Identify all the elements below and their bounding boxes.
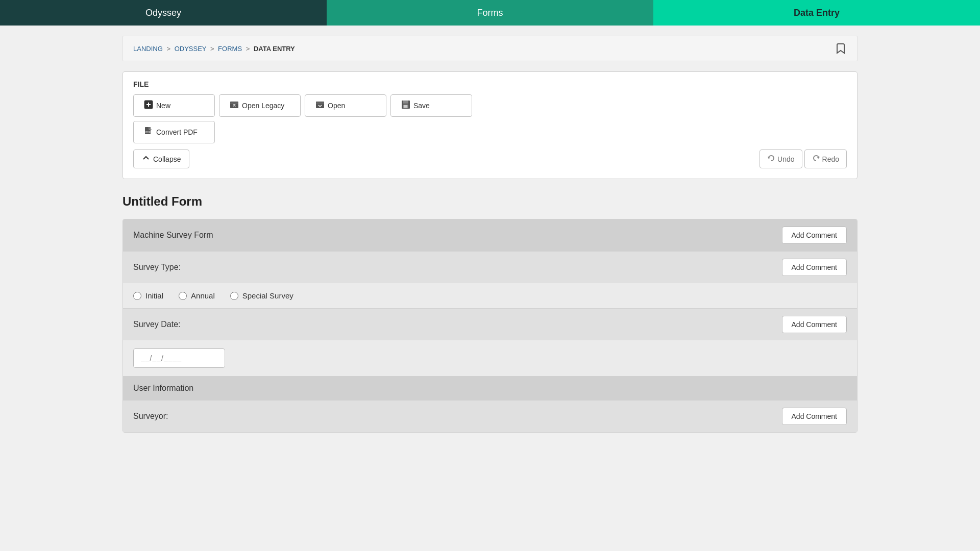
file-section: FILE New: [122, 71, 857, 179]
new-icon: [144, 100, 153, 111]
add-comment-surveyor-button[interactable]: Add Comment: [782, 408, 847, 425]
redo-icon: [812, 154, 820, 164]
survey-date-header: Survey Date: Add Comment: [123, 309, 857, 340]
machine-survey-label: Machine Survey Form: [133, 231, 213, 240]
file-actions-bar: Collapse Undo: [133, 149, 847, 168]
save-icon: [401, 100, 410, 111]
svg-text:PDF: PDF: [145, 131, 151, 134]
undo-icon: [767, 154, 775, 164]
convert-pdf-icon: PDF: [144, 127, 153, 138]
user-information-header: User Information: [123, 377, 857, 400]
survey-type-header: Survey Type: Add Comment: [123, 252, 857, 283]
open-legacy-button[interactable]: Open Legacy: [219, 94, 301, 117]
surveyor-header: Surveyor: Add Comment: [123, 400, 857, 432]
radio-initial[interactable]: Initial: [133, 291, 163, 300]
radio-special-survey-input[interactable]: [230, 292, 238, 300]
surveyor-label: Surveyor:: [133, 412, 168, 421]
radio-initial-input[interactable]: [133, 292, 141, 300]
svg-rect-9: [404, 105, 407, 108]
user-information-label: User Information: [133, 384, 193, 393]
svg-rect-7: [403, 101, 408, 104]
survey-date-input[interactable]: [133, 348, 225, 368]
form-container: Machine Survey Form Add Comment Survey T…: [122, 219, 857, 433]
undo-redo-group: Undo Redo: [760, 149, 847, 168]
open-button[interactable]: Open: [305, 94, 386, 117]
survey-date-body: [123, 340, 857, 376]
survey-type-label: Survey Type:: [133, 263, 181, 272]
new-button[interactable]: New: [133, 94, 215, 117]
nav-tab-data-entry[interactable]: Data Entry: [653, 0, 980, 26]
breadcrumb-bar: LANDING > ODYSSEY > FORMS > DATA ENTRY: [122, 36, 857, 61]
survey-date-label: Survey Date:: [133, 320, 180, 329]
convert-pdf-button[interactable]: PDF Convert PDF: [133, 121, 215, 143]
collapse-button[interactable]: Collapse: [133, 149, 189, 168]
save-button[interactable]: Save: [390, 94, 472, 117]
radio-annual[interactable]: Annual: [179, 291, 215, 300]
open-icon: [315, 100, 325, 111]
file-buttons-row: New Open Legacy: [133, 94, 847, 117]
bookmark-icon[interactable]: [835, 42, 847, 55]
add-comment-machine-survey-button[interactable]: Add Comment: [782, 227, 847, 244]
machine-survey-header: Machine Survey Form Add Comment: [123, 219, 857, 251]
top-navigation: Odyssey Forms Data Entry: [0, 0, 980, 26]
main-content: LANDING > ODYSSEY > FORMS > DATA ENTRY F…: [0, 26, 980, 443]
form-title: Untitled Form: [122, 194, 857, 209]
file-section-title: FILE: [133, 80, 847, 88]
file-buttons-row-2: PDF Convert PDF: [133, 121, 847, 143]
survey-type-body: Initial Annual Special Survey: [123, 283, 857, 308]
radio-special-survey[interactable]: Special Survey: [230, 291, 293, 300]
redo-button[interactable]: Redo: [804, 149, 847, 168]
add-comment-survey-type-button[interactable]: Add Comment: [782, 259, 847, 276]
nav-tab-odyssey[interactable]: Odyssey: [0, 0, 327, 26]
radio-annual-input[interactable]: [179, 292, 187, 300]
undo-button[interactable]: Undo: [760, 149, 802, 168]
open-legacy-icon: [230, 100, 239, 111]
breadcrumb: LANDING > ODYSSEY > FORMS > DATA ENTRY: [133, 45, 295, 53]
collapse-icon: [142, 154, 150, 164]
add-comment-survey-date-button[interactable]: Add Comment: [782, 316, 847, 333]
nav-tab-forms[interactable]: Forms: [327, 0, 653, 26]
